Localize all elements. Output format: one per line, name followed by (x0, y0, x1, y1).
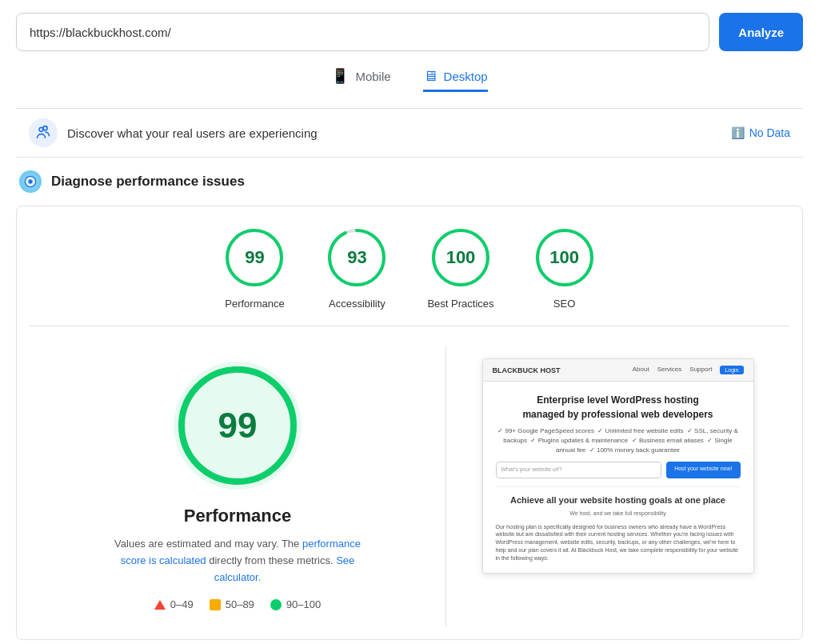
url-bar-row: Analyze (16, 13, 803, 51)
info-row: Discover what your real users are experi… (16, 108, 803, 158)
screenshot-preview: BLACKBUCK HOST About Services Support Lo… (482, 358, 754, 574)
mobile-icon: 📱 (331, 67, 349, 85)
legend-icon-mid (210, 599, 221, 610)
score-circle-best-practices: 100 (429, 226, 493, 290)
score-circle-accessibility: 93 (325, 226, 389, 290)
tabs-row: 📱 Mobile 🖥 Desktop (16, 67, 803, 92)
legend-icon-high (270, 599, 282, 610)
screenshot-body-text: Our hosting plan is specifically designe… (496, 523, 741, 562)
scores-row: 99 Performance 93 Accessibility (30, 226, 789, 326)
legend-label-low: 0–49 (170, 598, 194, 610)
main-content: 99 Performance Values are estimated and … (30, 346, 789, 626)
screenshot-logo: BLACKBUCK HOST (493, 366, 561, 374)
screenshot-cta-btn: Host your website now! (666, 462, 740, 478)
score-value-accessibility: 93 (347, 247, 366, 268)
legend-item-high: 90–100 (270, 598, 321, 610)
info-left: Discover what your real users are experi… (29, 118, 318, 147)
score-label-accessibility: Accessibility (329, 298, 386, 310)
legend-row: 0–49 50–89 90–100 (154, 598, 321, 610)
score-description: Values are estimated and may vary. The p… (102, 536, 374, 586)
diagnose-title: Diagnose performance issues (51, 174, 245, 190)
score-value-performance: 99 (245, 247, 264, 268)
score-value-seo: 100 (549, 247, 579, 268)
url-input[interactable] (16, 13, 709, 51)
score-label-seo: SEO (553, 298, 575, 310)
tab-desktop[interactable]: 🖥 Desktop (423, 68, 488, 92)
screenshot-divider (496, 486, 741, 487)
score-circle-seo: 100 (533, 226, 597, 290)
big-score-value: 99 (218, 406, 258, 446)
tab-mobile[interactable]: 📱 Mobile (331, 67, 390, 92)
tab-mobile-label: Mobile (355, 70, 390, 83)
legend-label-high: 90–100 (286, 598, 321, 610)
desktop-icon: 🖥 (423, 68, 437, 85)
score-label-performance: Performance (225, 298, 284, 310)
score-item-accessibility[interactable]: 93 Accessibility (325, 226, 389, 310)
screenshot-nav: About Services Support Login (633, 366, 744, 374)
users-icon (29, 118, 58, 147)
screenshot-hero-sub: ✓ 99+ Google PageSpeed scores ✓ Unlimite… (496, 426, 741, 455)
legend-label-mid: 50–89 (226, 598, 254, 610)
legend-item-low: 0–49 (154, 598, 194, 610)
info-text: Discover what your real users are experi… (67, 126, 318, 140)
legend-item-mid: 50–89 (210, 598, 254, 610)
info-circle-icon: ℹ️ (731, 126, 745, 139)
score-card: 99 Performance 93 Accessibility (16, 206, 803, 640)
screenshot-input-row: What's your website url? Host your websi… (496, 462, 741, 478)
score-circle-performance: 99 (222, 226, 286, 290)
left-panel: 99 Performance Values are estimated and … (30, 346, 445, 626)
no-data-link[interactable]: ℹ️ No Data (731, 126, 790, 139)
big-score-circle: 99 (174, 362, 302, 490)
nav-services: Services (657, 366, 682, 374)
score-item-seo[interactable]: 100 SEO (533, 226, 597, 310)
score-item-performance[interactable]: 99 Performance (222, 226, 286, 310)
score-label-best-practices: Best Practices (427, 298, 493, 310)
screenshot-hero-title: Enterprise level WordPress hostingmanage… (496, 393, 741, 422)
svg-point-3 (28, 179, 32, 183)
screenshot-btn: Login (720, 366, 743, 374)
nav-about: About (633, 366, 649, 374)
svg-point-1 (43, 126, 47, 130)
screenshot-section-sub: We host, and we take full responsibility (496, 510, 741, 518)
diagnose-row: Diagnose performance issues (16, 170, 803, 193)
right-panel: BLACKBUCK HOST About Services Support Lo… (446, 346, 789, 626)
score-value-best-practices: 100 (446, 247, 476, 268)
no-data-label: No Data (749, 126, 790, 139)
big-score-title: Performance (184, 506, 292, 526)
score-item-best-practices[interactable]: 100 Best Practices (427, 226, 493, 310)
screenshot-section-title: Achieve all your website hosting goals a… (496, 494, 741, 507)
analyze-button[interactable]: Analyze (719, 13, 803, 51)
diagnose-icon (19, 170, 42, 193)
screenshot-body: Enterprise level WordPress hostingmanage… (483, 382, 753, 573)
tab-desktop-label: Desktop (444, 70, 488, 83)
legend-icon-low (154, 600, 166, 610)
screenshot-url-input: What's your website url? (496, 462, 662, 478)
nav-support: Support (689, 366, 712, 374)
screenshot-header: BLACKBUCK HOST About Services Support Lo… (483, 359, 753, 382)
